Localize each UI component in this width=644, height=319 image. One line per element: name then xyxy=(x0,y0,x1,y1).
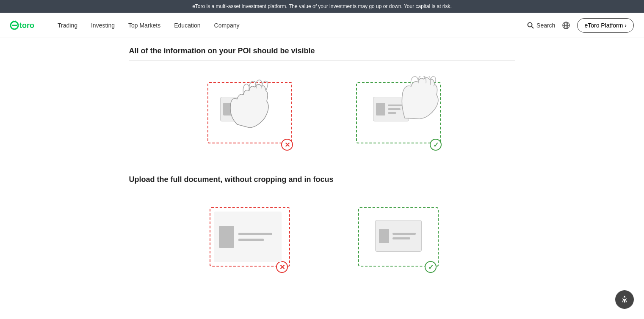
nav-link-investing[interactable]: Investing xyxy=(91,22,115,29)
full-doc-illustrations-row: ✕ ✓ xyxy=(129,197,515,281)
poi-illustrations-row: ✕ xyxy=(129,74,515,154)
search-label: Search xyxy=(536,22,555,29)
accessibility-icon xyxy=(620,295,629,304)
doc-bad-illustration: ✕ xyxy=(199,197,296,281)
illustrations-separator xyxy=(322,82,322,146)
nav-links: Trading Investing Top Markets Education … xyxy=(58,22,527,29)
platform-button-label: eToro Platform › xyxy=(584,22,627,29)
globe-icon[interactable] xyxy=(562,21,570,30)
poi-good-status-icon: ✓ xyxy=(430,139,442,151)
main-content: All of the information on your POI shoul… xyxy=(119,38,525,319)
nav-link-company[interactable]: Company xyxy=(214,22,240,29)
doc-bad-status-icon: ✕ xyxy=(276,261,288,273)
svg-point-4 xyxy=(15,20,17,22)
hand-covering-svg xyxy=(216,78,284,137)
etoro-logo-svg: toro xyxy=(10,18,44,33)
nav-right: Search eToro Platform › xyxy=(527,18,634,33)
search-icon xyxy=(527,22,534,29)
nav-link-top-markets[interactable]: Top Markets xyxy=(128,22,160,29)
svg-point-11 xyxy=(624,296,625,297)
accessibility-button[interactable] xyxy=(615,290,634,309)
poi-bad-status-icon: ✕ xyxy=(281,139,293,151)
platform-button[interactable]: eToro Platform › xyxy=(577,18,634,33)
svg-point-3 xyxy=(13,20,14,22)
svg-point-5 xyxy=(528,22,532,27)
full-doc-section-title: Upload the full document, without croppi… xyxy=(129,175,515,184)
svg-line-6 xyxy=(532,26,534,28)
doc-illustrations-separator xyxy=(322,205,322,273)
poi-bad-illustration: ✕ xyxy=(199,74,296,154)
doc-good-illustration: ✓ xyxy=(348,197,445,281)
poi-good-illustration: ✓ xyxy=(348,74,445,154)
nav-link-education[interactable]: Education xyxy=(174,22,200,29)
doc-good-id-card xyxy=(375,220,422,252)
doc-good-status-icon: ✓ xyxy=(425,261,437,273)
announcement-text: eToro is a multi-asset investment platfo… xyxy=(192,3,452,9)
logo[interactable]: toro xyxy=(10,18,44,33)
hand-partial-svg xyxy=(396,76,447,122)
doc-bad-id-card xyxy=(214,212,282,262)
search-button[interactable]: Search xyxy=(527,22,555,29)
navbar: toro Trading Investing Top Markets Educa… xyxy=(0,13,644,38)
svg-text:toro: toro xyxy=(19,21,34,30)
poi-section-title: All of the information on your POI shoul… xyxy=(129,47,515,55)
nav-link-trading[interactable]: Trading xyxy=(58,22,77,29)
announcement-bar: eToro is a multi-asset investment platfo… xyxy=(0,0,644,13)
poi-divider xyxy=(129,60,515,61)
